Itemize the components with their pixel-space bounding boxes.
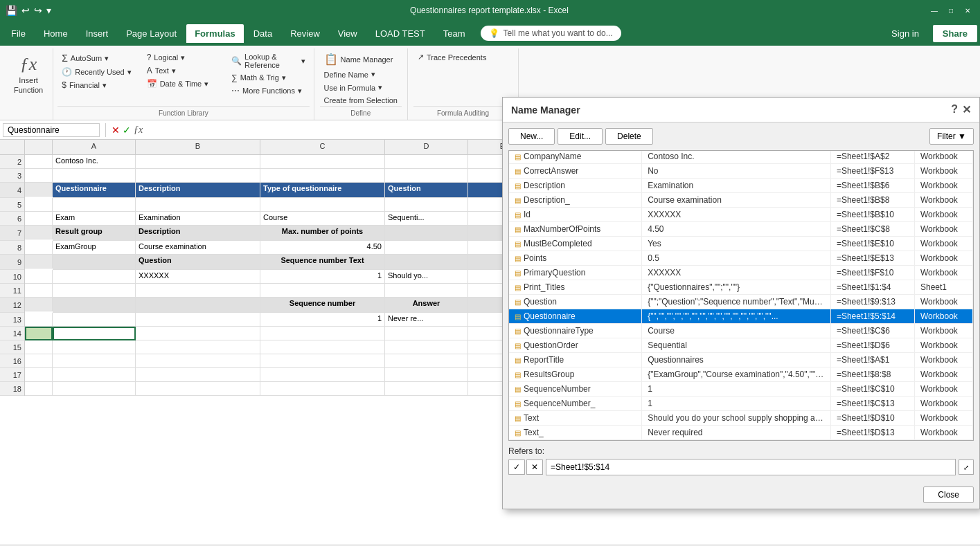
table-row[interactable]: ▤QuestionOrderSequential=Sheet1!$D$6Work…	[509, 338, 973, 353]
cell-a9-val[interactable]	[53, 255, 136, 270]
cell-a3-val[interactable]	[53, 169, 136, 183]
insert-function-btn[interactable]: ƒx Insert Function	[8, 51, 48, 97]
table-row[interactable]: ▤SequenceNumber1=Sheet1!$C$10Workbook	[509, 382, 973, 397]
financial-btn[interactable]: $ Financial ▾	[57, 79, 139, 91]
delete-name-btn[interactable]: Delete	[605, 128, 653, 145]
math-trig-btn[interactable]: ∑ Math & Trig ▾	[227, 71, 309, 84]
cell-a5[interactable]	[25, 198, 53, 212]
autosum-btn[interactable]: Σ AutoSum ▾	[57, 51, 139, 65]
datetime-btn[interactable]: 📅 Date & Time ▾	[143, 78, 224, 90]
cell-b13[interactable]	[136, 313, 260, 327]
table-row[interactable]: ▤Questionnaire{"","","","","","","","","…	[509, 309, 973, 324]
cell-d11[interactable]	[385, 284, 468, 298]
table-row[interactable]: ▤ResultsGroup{"ExamGroup","Course examin…	[509, 367, 973, 382]
cell-c6[interactable]: Course	[260, 212, 385, 226]
cell-c18[interactable]	[260, 382, 385, 396]
cell-b7[interactable]: Description	[136, 226, 260, 241]
cell-c7[interactable]: Max. number of points	[260, 226, 385, 241]
cell-d18[interactable]	[385, 382, 468, 396]
menu-team[interactable]: Team	[435, 24, 474, 43]
cell-c2[interactable]	[260, 155, 385, 169]
cell-d16[interactable]	[385, 354, 468, 368]
new-name-btn[interactable]: New...	[508, 128, 555, 145]
cell-c17[interactable]	[260, 368, 385, 382]
menu-home[interactable]: Home	[35, 24, 76, 43]
name-manager-btn[interactable]: 📋 Name Manager	[320, 51, 402, 67]
cell-c15[interactable]	[260, 340, 385, 354]
name-manager-table-container[interactable]: Name Value Refers To Scope ▤ActiveYes=Sh…	[508, 150, 974, 441]
cell-b9[interactable]: Question	[136, 255, 260, 270]
cell-a10-val[interactable]	[53, 270, 136, 284]
menu-file[interactable]: File	[3, 24, 34, 43]
cell-d7[interactable]	[385, 226, 468, 241]
cell-c4[interactable]: Type of questionnaire	[260, 183, 385, 198]
cancel-icon[interactable]: ✕	[112, 125, 120, 136]
cell-b18[interactable]	[136, 382, 260, 396]
cell-a12-val[interactable]	[53, 298, 136, 313]
cell-c9[interactable]: Sequence number Text	[260, 255, 385, 270]
confirm-icon[interactable]: ✓	[123, 125, 131, 136]
table-row[interactable]: ▤IdXXXXXX=Sheet1!$B$10Workbook	[509, 208, 973, 222]
cell-d15[interactable]	[385, 340, 468, 354]
cell-d4[interactable]: Question	[385, 183, 468, 198]
create-from-sel-btn[interactable]: Create from Selection	[320, 95, 402, 106]
cell-a6-val[interactable]: Exam	[53, 212, 136, 226]
table-row[interactable]: ▤Text_Never required=Sheet1!$D$13Workboo…	[509, 426, 973, 440]
cell-b8[interactable]: Course examination	[136, 241, 260, 255]
table-row[interactable]: ▤ReportTitleQuestionnaires=Sheet1!$A$1Wo…	[509, 353, 973, 367]
table-row[interactable]: ▤Print_Titles{"Questionnaires","";"",""}…	[509, 280, 973, 295]
cell-b2[interactable]	[136, 155, 260, 169]
refers-to-cancel-btn[interactable]: ✕	[526, 459, 543, 475]
cell-d17[interactable]	[385, 368, 468, 382]
cell-a12[interactable]	[25, 298, 53, 311]
cell-b4[interactable]: Description	[136, 183, 260, 198]
menu-formulas[interactable]: Formulas	[186, 24, 244, 43]
cell-a15-val[interactable]	[53, 340, 136, 354]
redo-icon[interactable]: ↪	[34, 5, 42, 16]
table-row[interactable]: ▤Question{"";"Question";"Sequence number…	[509, 295, 973, 309]
cell-a14-val[interactable]	[53, 327, 136, 340]
cell-a16-val[interactable]	[53, 354, 136, 368]
cell-b14[interactable]	[136, 327, 260, 340]
cell-a8-val[interactable]: ExamGroup	[53, 241, 136, 255]
cell-a10[interactable]	[25, 270, 53, 284]
table-row[interactable]: ▤SequenceNumber_1=Sheet1!$C$13Workbook	[509, 397, 973, 411]
cell-a8[interactable]	[25, 241, 53, 255]
cell-a6[interactable]	[25, 212, 53, 226]
define-name-btn[interactable]: Define Name ▾	[320, 69, 402, 80]
cell-a2-val[interactable]: Contoso Inc.	[53, 155, 136, 169]
cell-b16[interactable]	[136, 354, 260, 368]
table-row[interactable]: ▤Description_Course examination=Sheet1!$…	[509, 193, 973, 208]
cell-d12[interactable]: Answer	[385, 298, 468, 313]
menu-insert[interactable]: Insert	[78, 24, 117, 43]
menu-data[interactable]: Data	[245, 24, 280, 43]
dialog-close-x-btn[interactable]: ✕	[962, 103, 971, 116]
table-row[interactable]: ▤DescriptionExamination=Sheet1!$B$6Workb…	[509, 179, 973, 193]
cell-a18-val[interactable]	[53, 382, 136, 396]
cell-b11[interactable]	[136, 284, 260, 298]
cell-c8[interactable]: 4.50	[260, 241, 385, 255]
menu-view[interactable]: View	[330, 24, 366, 43]
table-row[interactable]: ▤MustBeCompletedYes=Sheet1!$E$10Workbook	[509, 237, 973, 251]
cell-a13[interactable]	[25, 313, 53, 327]
cell-a9[interactable]	[25, 255, 53, 269]
refers-to-expand-btn[interactable]: ⤢	[959, 459, 974, 475]
cell-a7-val[interactable]: Result group	[53, 226, 136, 241]
cell-a11-val[interactable]	[53, 284, 136, 298]
cell-b12[interactable]	[136, 298, 260, 313]
cell-a18[interactable]	[25, 382, 53, 396]
cell-b17[interactable]	[136, 368, 260, 382]
save-icon[interactable]: 💾	[6, 5, 17, 16]
cell-c13[interactable]: 1	[260, 313, 385, 327]
tell-me-input[interactable]: 💡 Tell me what you want to do...	[481, 26, 621, 41]
more-functions-btn[interactable]: ⋯ More Functions ▾	[227, 84, 309, 97]
refers-to-input[interactable]	[546, 459, 956, 475]
dialog-help-btn[interactable]: ?	[951, 103, 958, 116]
cell-a4[interactable]	[25, 183, 53, 197]
lookup-reference-btn[interactable]: 🔍 Lookup & Reference ▾	[227, 51, 309, 71]
cell-b6[interactable]: Examination	[136, 212, 260, 226]
cell-c16[interactable]	[260, 354, 385, 368]
filter-btn[interactable]: Filter ▼	[929, 128, 974, 145]
menu-load-test[interactable]: LOAD TEST	[367, 24, 434, 43]
cell-c12[interactable]: Sequence number	[260, 298, 385, 313]
